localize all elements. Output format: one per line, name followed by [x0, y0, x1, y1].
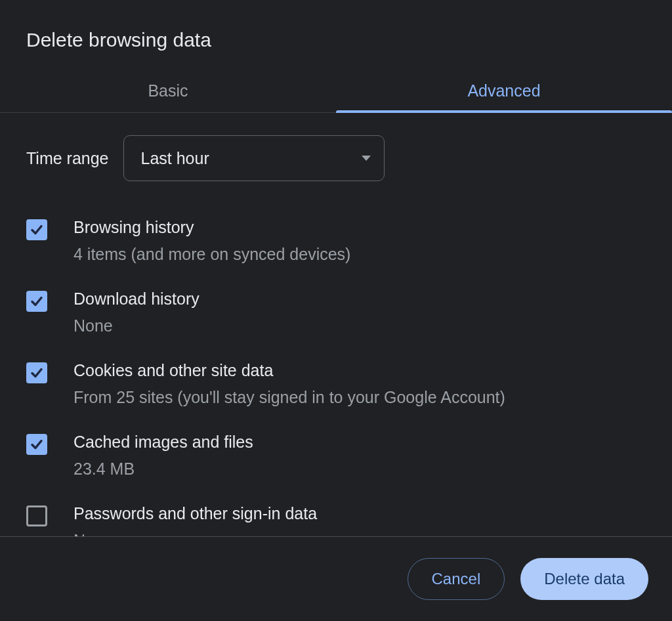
checkmark-icon [29, 293, 45, 309]
option-browsing-history: Browsing history 4 items (and more on sy… [26, 205, 646, 276]
checkbox-download-history[interactable] [26, 291, 47, 312]
timerange-row: Time range Last hour [26, 129, 646, 201]
dialog-title: Delete browsing data [0, 0, 672, 70]
option-cookies: Cookies and other site data From 25 site… [26, 348, 646, 419]
timerange-select[interactable]: Last hour [123, 135, 385, 181]
option-desc: 23.4 MB [74, 458, 253, 480]
tabs: Basic Advanced [0, 70, 672, 113]
option-desc: None [74, 315, 200, 337]
checkbox-cached[interactable] [26, 434, 47, 455]
cancel-button[interactable]: Cancel [408, 558, 505, 600]
option-desc: 4 items (and more on synced devices) [74, 244, 350, 265]
delete-data-button[interactable]: Delete data [520, 558, 648, 600]
options-list: Browsing history 4 items (and more on sy… [26, 201, 646, 536]
option-download-history: Download history None [26, 276, 646, 348]
tab-advanced-label: Advanced [467, 81, 540, 100]
option-text: Cookies and other site data From 25 site… [74, 360, 505, 408]
delete-browsing-data-dialog: Delete browsing data Basic Advanced Time… [0, 0, 672, 621]
checkmark-icon [29, 365, 45, 381]
tab-basic-label: Basic [148, 81, 188, 100]
option-text: Browsing history 4 items (and more on sy… [74, 217, 350, 265]
option-text: Cached images and files 23.4 MB [74, 431, 253, 479]
option-title: Browsing history [74, 217, 350, 238]
option-cached: Cached images and files 23.4 MB [26, 419, 646, 491]
checkmark-icon [29, 222, 45, 238]
option-title: Passwords and other sign-in data [74, 503, 317, 525]
option-title: Download history [74, 288, 200, 310]
timerange-label: Time range [26, 149, 109, 168]
caret-down-icon [362, 156, 371, 161]
option-text: Download history None [74, 288, 200, 336]
option-desc: From 25 sites (you'll stay signed in to … [74, 387, 505, 408]
tab-advanced[interactable]: Advanced [336, 70, 672, 112]
checkmark-icon [29, 437, 45, 452]
checkbox-cookies[interactable] [26, 362, 47, 383]
checkbox-passwords[interactable] [26, 505, 47, 526]
option-passwords: Passwords and other sign-in data None [26, 491, 646, 536]
option-title: Cached images and files [74, 431, 253, 453]
tab-basic[interactable]: Basic [0, 70, 336, 112]
checkbox-browsing-history[interactable] [26, 219, 47, 240]
timerange-value: Last hour [141, 149, 209, 168]
option-title: Cookies and other site data [74, 360, 505, 381]
dialog-content: Time range Last hour Browsing history 4 … [0, 113, 672, 536]
dialog-footer: Cancel Delete data [0, 536, 672, 621]
option-desc: None [74, 530, 317, 537]
option-text: Passwords and other sign-in data None [74, 503, 317, 536]
